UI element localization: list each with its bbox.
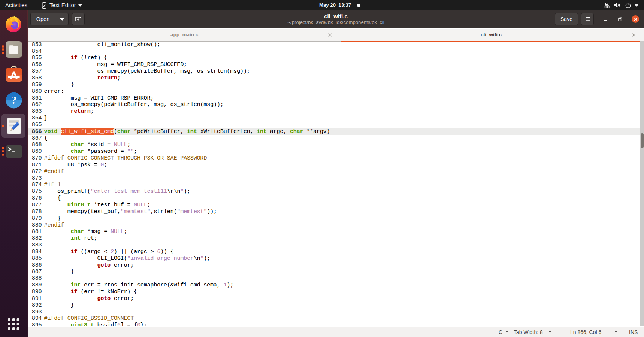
svg-text:?: ?: [11, 94, 17, 106]
